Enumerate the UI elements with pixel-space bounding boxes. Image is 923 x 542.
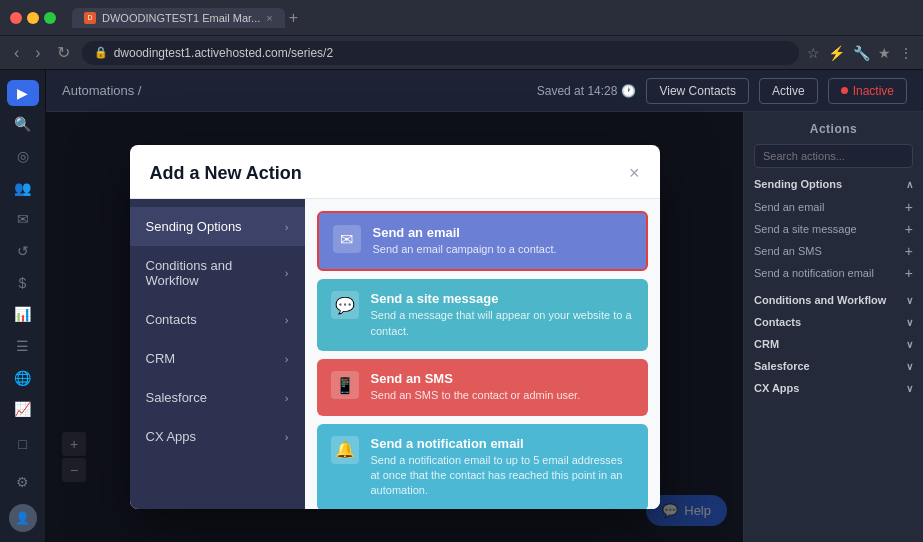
- action-card-sms[interactable]: 📱 Send an SMS Send an SMS to the contact…: [317, 359, 648, 415]
- panel-section-conditions: Conditions and Workflow ∨: [754, 294, 913, 306]
- chevron-right-icon: ›: [285, 431, 289, 443]
- panel-section-title-sending[interactable]: Sending Options ∧: [754, 178, 913, 190]
- site-message-card-icon: 💬: [331, 291, 359, 319]
- canvas-area: + − Add a New Action ×: [46, 112, 743, 542]
- menu-item-cx-apps[interactable]: CX Apps ›: [130, 417, 305, 456]
- search-actions-input[interactable]: [754, 144, 913, 168]
- view-contacts-button[interactable]: View Contacts: [646, 78, 748, 104]
- modal-close-button[interactable]: ×: [629, 163, 640, 184]
- sidebar-icon-list[interactable]: ☰: [7, 333, 39, 359]
- menu-item-salesforce[interactable]: Salesforce ›: [130, 378, 305, 417]
- back-button[interactable]: ‹: [10, 44, 23, 62]
- tab-favicon: D: [84, 12, 96, 24]
- notification-card-icon: 🔔: [331, 436, 359, 464]
- avatar[interactable]: 👤: [9, 504, 37, 532]
- site-message-card-desc: Send a message that will appear on your …: [371, 308, 634, 339]
- sidebar-icon-deals[interactable]: $: [7, 270, 39, 296]
- panel-item-notification[interactable]: Send a notification email +: [754, 262, 913, 284]
- sidebar-icon-settings[interactable]: ⚙: [7, 466, 39, 498]
- add-icon[interactable]: +: [905, 199, 913, 215]
- sidebar-icon-pages[interactable]: □: [7, 428, 39, 460]
- top-bar: Automations / Saved at 14:28 🕐 View Cont…: [46, 70, 923, 112]
- action-card-notification-email[interactable]: 🔔 Send a notification email Send a notif…: [317, 424, 648, 509]
- modal-header: Add a New Action ×: [130, 145, 660, 199]
- panel-section-salesforce: Salesforce ∨: [754, 360, 913, 372]
- menu-item-contacts[interactable]: Contacts ›: [130, 300, 305, 339]
- menu-item-label: Contacts: [146, 312, 197, 327]
- sms-card-icon: 📱: [331, 371, 359, 399]
- chevron-down-icon: ∨: [906, 361, 913, 372]
- modal-action-list: ✉ Send an email Send an email campaign t…: [305, 199, 660, 509]
- add-icon[interactable]: +: [905, 243, 913, 259]
- sidebar-icon-location[interactable]: ◎: [7, 143, 39, 169]
- menu-item-conditions[interactable]: Conditions and Workflow ›: [130, 246, 305, 300]
- extension-icon-1[interactable]: ⚡: [828, 45, 845, 61]
- panel-section-title-contacts[interactable]: Contacts ∨: [754, 316, 913, 328]
- minimize-traffic-light[interactable]: [27, 12, 39, 24]
- panel-section-title-conditions[interactable]: Conditions and Workflow ∨: [754, 294, 913, 306]
- notification-card-title: Send a notification email: [371, 436, 634, 451]
- panel-section-sending-options: Sending Options ∧ Send an email + Send a…: [754, 178, 913, 284]
- refresh-button[interactable]: ↻: [53, 43, 74, 62]
- sidebar-icon-automations[interactable]: ▶: [7, 80, 39, 106]
- add-action-modal: Add a New Action × Sending Options ›: [130, 145, 660, 509]
- lock-icon: 🔒: [94, 46, 108, 59]
- modal-backdrop[interactable]: Add a New Action × Sending Options ›: [46, 112, 743, 542]
- panel-item-site-message[interactable]: Send a site message +: [754, 218, 913, 240]
- fullscreen-traffic-light[interactable]: [44, 12, 56, 24]
- sms-card-desc: Send an SMS to the contact or admin user…: [371, 388, 581, 403]
- more-icon[interactable]: ⋮: [899, 45, 913, 61]
- close-traffic-light[interactable]: [10, 12, 22, 24]
- menu-item-crm[interactable]: CRM ›: [130, 339, 305, 378]
- traffic-lights: [10, 12, 56, 24]
- left-sidebar: ▶ 🔍 ◎ 👥 ✉ ↺ $ 📊 ☰ 🌐 📈 □ ⚙ 👤: [0, 70, 46, 542]
- section-label: CRM: [754, 338, 779, 350]
- extension-icon-2[interactable]: 🔧: [853, 45, 870, 61]
- sidebar-icon-web[interactable]: 🌐: [7, 365, 39, 391]
- menu-item-label: CX Apps: [146, 429, 197, 444]
- url-text: dwoodingtest1.activehosted.com/series/2: [114, 46, 333, 60]
- right-panel-title: Actions: [754, 122, 913, 136]
- sidebar-bottom: □ ⚙ 👤: [7, 428, 39, 532]
- forward-button[interactable]: ›: [31, 44, 44, 62]
- panel-section-title-cx-apps[interactable]: CX Apps ∨: [754, 382, 913, 394]
- address-bar-row: ‹ › ↻ 🔒 dwoodingtest1.activehosted.com/s…: [0, 36, 923, 70]
- sidebar-icon-sync[interactable]: ↺: [7, 238, 39, 264]
- menu-item-sending-options[interactable]: Sending Options ›: [130, 207, 305, 246]
- email-card-desc: Send an email campaign to a contact.: [373, 242, 557, 257]
- breadcrumb: Automations /: [62, 83, 142, 98]
- browser-chrome: D DWOODINGTEST1 Email Mar... × +: [0, 0, 923, 36]
- address-bar[interactable]: 🔒 dwoodingtest1.activehosted.com/series/…: [82, 41, 799, 65]
- menu-item-label: Conditions and Workflow: [146, 258, 285, 288]
- chevron-right-icon: ›: [285, 314, 289, 326]
- tab-close-button[interactable]: ×: [266, 12, 272, 24]
- panel-item-label: Send a site message: [754, 223, 857, 235]
- tab-title: DWOODINGTEST1 Email Mar...: [102, 12, 260, 24]
- panel-item-send-email[interactable]: Send an email +: [754, 196, 913, 218]
- inactive-button[interactable]: Inactive: [828, 78, 907, 104]
- add-icon[interactable]: +: [905, 265, 913, 281]
- sidebar-icon-reports[interactable]: 📊: [7, 301, 39, 327]
- sidebar-icon-email[interactable]: ✉: [7, 207, 39, 233]
- panel-item-sms[interactable]: Send an SMS +: [754, 240, 913, 262]
- active-tab[interactable]: D DWOODINGTEST1 Email Mar... ×: [72, 8, 285, 28]
- sidebar-icon-search[interactable]: 🔍: [7, 112, 39, 138]
- action-card-site-message[interactable]: 💬 Send a site message Send a message tha…: [317, 279, 648, 351]
- modal-menu: Sending Options › Conditions and Workflo…: [130, 199, 305, 509]
- sidebar-icon-analytics[interactable]: 📈: [7, 396, 39, 422]
- panel-section-title-crm[interactable]: CRM ∨: [754, 338, 913, 350]
- bookmark-icon[interactable]: ☆: [807, 45, 820, 61]
- extension-icon-3[interactable]: ★: [878, 45, 891, 61]
- panel-section-title-salesforce[interactable]: Salesforce ∨: [754, 360, 913, 372]
- email-card-text: Send an email Send an email campaign to …: [373, 225, 557, 257]
- chevron-down-icon: ∨: [906, 295, 913, 306]
- chevron-up-icon: ∧: [906, 179, 913, 190]
- site-message-card-title: Send a site message: [371, 291, 634, 306]
- right-panel: Actions Sending Options ∧ Send an email …: [743, 112, 923, 542]
- menu-item-label: Salesforce: [146, 390, 207, 405]
- new-tab-button[interactable]: +: [289, 9, 298, 27]
- add-icon[interactable]: +: [905, 221, 913, 237]
- action-card-send-email[interactable]: ✉ Send an email Send an email campaign t…: [317, 211, 648, 271]
- active-button[interactable]: Active: [759, 78, 818, 104]
- sidebar-icon-contacts[interactable]: 👥: [7, 175, 39, 201]
